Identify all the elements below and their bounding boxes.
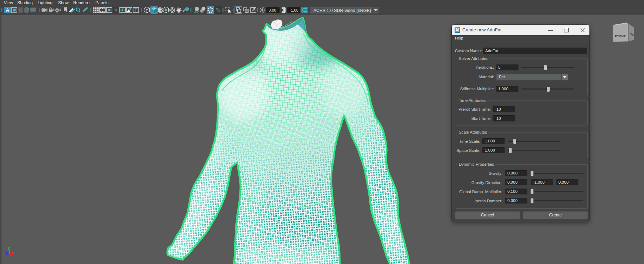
svg-text:0.00: 0.00 xyxy=(269,8,276,12)
svg-text:FRONT: FRONT xyxy=(615,35,626,38)
svg-text:T: T xyxy=(135,8,137,13)
svg-text:ON: ON xyxy=(303,9,307,11)
svg-text:A: A xyxy=(6,7,10,13)
svg-text:z: z xyxy=(6,251,8,255)
svg-text:1.00: 1.00 xyxy=(291,8,298,12)
svg-text:ACES 1.0 SDR-video (sRGB): ACES 1.0 SDR-video (sRGB) xyxy=(313,8,371,13)
svg-text:y: y xyxy=(8,246,10,250)
svg-text:x: x xyxy=(12,251,14,255)
